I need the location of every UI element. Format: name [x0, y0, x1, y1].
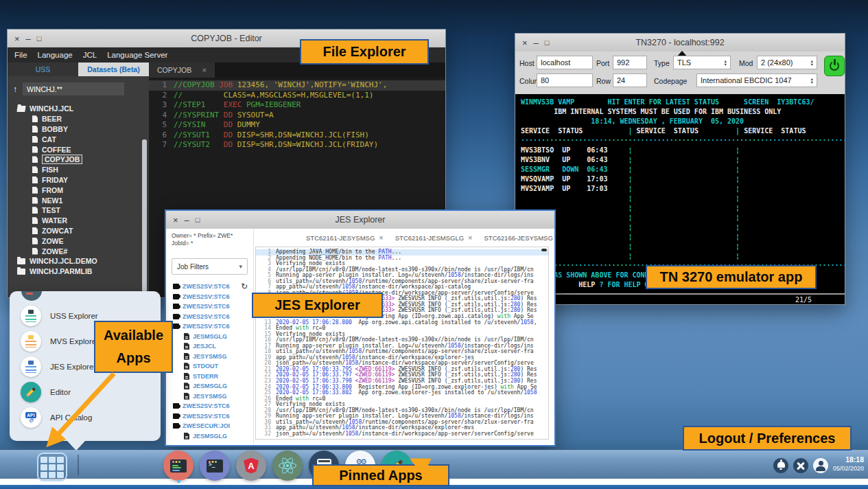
- job-item-jesysmsg[interactable]: JESYSMSG: [166, 352, 253, 362]
- port-field[interactable]: 992: [613, 56, 647, 69]
- codepage-select[interactable]: International EBCDIC 1047▲▼: [696, 73, 817, 87]
- folder-icon: [17, 258, 25, 264]
- terminal-screen[interactable]: WINMVS3B VAMP HIT ENTER FOR LATEST STATU…: [515, 94, 845, 293]
- clock: 18:18 05/02/2020: [833, 455, 864, 473]
- job-item-jesmsglg[interactable]: JESMSGLG: [166, 332, 253, 342]
- tree-item-coffee[interactable]: COFFEE: [8, 144, 149, 155]
- column-field[interactable]: 80: [537, 73, 593, 87]
- tree-item-copyjob[interactable]: COPYJOB: [8, 155, 149, 165]
- job-filters-dropdown[interactable]: Job Filters ▾: [172, 258, 248, 275]
- connect-power-button[interactable]: [824, 56, 845, 76]
- job-item-stderr[interactable]: STDERR: [166, 372, 253, 382]
- job-item-zwes2sv-stc6[interactable]: ZWES2SV:STC6: [166, 312, 253, 322]
- dataset-filter-input[interactable]: WINCHJ.**: [23, 82, 124, 95]
- settings-icon[interactable]: [793, 458, 808, 473]
- tree-item-new1[interactable]: NEW1: [8, 195, 149, 205]
- notifications-icon[interactable]: [773, 458, 788, 473]
- job-icon: [173, 284, 179, 289]
- minimize-icon[interactable]: –: [26, 34, 31, 44]
- arrow-to-launcher: [33, 369, 122, 452]
- tree-item-winchj-jcl-demo[interactable]: WINCHJ.JCL.DEMO: [8, 256, 149, 266]
- sidebar-tabs: USSDatasets (Beta): [8, 62, 149, 76]
- sidebar-tab-uss[interactable]: USS: [8, 62, 78, 76]
- job-item-zwes2sv-stc6[interactable]: ZWES2SV:STC6: [166, 411, 253, 422]
- jes-titlebar[interactable]: ×–□ JES Explorer: [166, 211, 554, 229]
- tree-item-from[interactable]: FROM: [8, 185, 149, 195]
- user-icon[interactable]: [813, 458, 828, 473]
- file-icon: [184, 353, 189, 360]
- file-icon: [184, 333, 189, 340]
- tree-item-beer[interactable]: BEER: [8, 114, 149, 124]
- tree-item-winchj-jcl[interactable]: WINCHJ.JCL: [8, 104, 149, 114]
- job-item-zwes2sv-stc6[interactable]: ZWES2SV:STC6: [166, 302, 253, 312]
- app-launcher-button[interactable]: [37, 453, 67, 481]
- close-tab-icon[interactable]: ×: [202, 66, 207, 74]
- up-arrow-icon[interactable]: ↑: [13, 84, 17, 94]
- file-icon: [32, 227, 38, 234]
- tree-item-water[interactable]: WATER: [8, 216, 149, 226]
- vt-terminal-app-icon[interactable]: >_: [200, 451, 230, 481]
- host-field[interactable]: localhost: [537, 56, 593, 69]
- log-scrollbar[interactable]: [541, 249, 547, 251]
- tree-item-bobby[interactable]: BOBBY: [8, 124, 149, 135]
- log-area[interactable]: 1Appending JAVA_HOME/bin to the PATH...2…: [255, 247, 549, 440]
- menu-item-language[interactable]: Language: [38, 51, 73, 59]
- maximize-icon[interactable]: □: [196, 216, 200, 224]
- close-icon[interactable]: ×: [14, 34, 20, 44]
- job-item-zwes2sv-stc6[interactable]: ZWES2SV:STC6↻: [166, 282, 253, 292]
- tree-item-zowe[interactable]: ZOWE: [8, 236, 149, 246]
- job-item-jesmsglg[interactable]: JESMSGLG: [166, 431, 253, 442]
- tn3270-titlebar[interactable]: ×–□ TN3270 - localhost:992: [515, 34, 845, 52]
- menu-item-jcl[interactable]: JCL: [83, 51, 97, 59]
- job-item-zwes2sv-stc6[interactable]: ZWES2SV:STC6: [166, 292, 253, 302]
- close-tab-icon[interactable]: ×: [379, 234, 383, 242]
- sidebar-scrollbar[interactable]: [142, 139, 147, 292]
- close-icon[interactable]: ×: [522, 38, 528, 48]
- jes-tab-stc62161-jesmsglg[interactable]: STC62161-JESMSGLG×: [395, 234, 473, 242]
- tab-copyjob[interactable]: COPYJOB ×: [149, 62, 215, 78]
- file-icon: [32, 217, 38, 224]
- menu-item-file[interactable]: File: [14, 51, 27, 59]
- job-item-jesjcl[interactable]: JESJCL: [166, 341, 253, 352]
- job-item-jesysmsg[interactable]: JESYSMSG: [166, 391, 253, 402]
- tree-item-fish[interactable]: FISH: [8, 165, 149, 175]
- close-tab-icon[interactable]: ×: [468, 234, 472, 242]
- file-icon: [32, 177, 38, 183]
- menu-item-language-server[interactable]: Language Server: [107, 51, 167, 59]
- tree-item-test[interactable]: TEST: [8, 205, 149, 216]
- tree-item-friday[interactable]: FRIDAY: [8, 175, 149, 185]
- job-item-jesmsglg[interactable]: JESMSGLG: [166, 381, 253, 391]
- close-icon[interactable]: ×: [173, 215, 178, 225]
- file-icon: [184, 373, 189, 380]
- job-item-zwes2sv-stc6[interactable]: ZWES2SV:STC6: [166, 401, 253, 411]
- terminal-line: ········································…: [521, 136, 839, 146]
- row-field[interactable]: 24: [613, 73, 647, 87]
- refresh-icon[interactable]: ↻: [241, 282, 248, 291]
- desktop: ×–□ COPYJOB - Editor FileLanguageJCLLang…: [0, 0, 868, 489]
- code-line: 2// CLASS=A,MSGCLASS=H,MSGLEVEL=(1,1): [149, 91, 445, 101]
- tree-item-zowcat[interactable]: ZOWCAT: [8, 226, 149, 236]
- maximize-icon[interactable]: □: [37, 34, 42, 43]
- jes-tab-stc62161-jesysmsg[interactable]: STC62161-JESYSMSG×: [306, 234, 384, 242]
- type-select[interactable]: TLS▲▼: [673, 56, 731, 69]
- job-item-zwesecur-joi[interactable]: ZWESECUR:JOI: [166, 421, 253, 431]
- react-app-icon[interactable]: [272, 451, 303, 481]
- minimize-icon[interactable]: –: [185, 215, 189, 225]
- minimize-icon[interactable]: –: [534, 38, 539, 48]
- tree-item-winchj-parmlib[interactable]: WINCHJ.PARMLIB: [8, 266, 149, 277]
- file-icon: [184, 433, 189, 440]
- terminal-line: IBM INTERNAL SYSTEMS MUST BE USED FOR IB…: [521, 107, 839, 117]
- jes-tab-stc62166-jesysmsg[interactable]: STC62166-JESYSMSG×: [484, 234, 554, 242]
- job-item-stdout[interactable]: STDOUT: [166, 361, 253, 372]
- mod-select[interactable]: 2 (24x80)▲▼: [757, 56, 817, 69]
- tree-item-cat[interactable]: CAT: [8, 134, 149, 144]
- angular-app-icon[interactable]: A: [236, 451, 266, 481]
- terminal-app-icon[interactable]: [163, 451, 193, 481]
- running-indicator: [177, 480, 180, 483]
- tree-item-zowe[interactable]: ZOWE#: [8, 246, 149, 256]
- sidebar-tab-datasets-beta[interactable]: Datasets (Beta): [78, 62, 149, 76]
- terminal-line: WINMVS3B VAMP HIT ENTER FOR LATEST STATU…: [521, 98, 839, 107]
- maximize-icon[interactable]: □: [545, 38, 550, 47]
- job-item-zwes2sv-stc6[interactable]: ZWES2SV:STC6: [166, 321, 253, 332]
- jes-job-panel: Owner= * Prefix= ZWE* JobId= * Job Filte…: [166, 229, 254, 445]
